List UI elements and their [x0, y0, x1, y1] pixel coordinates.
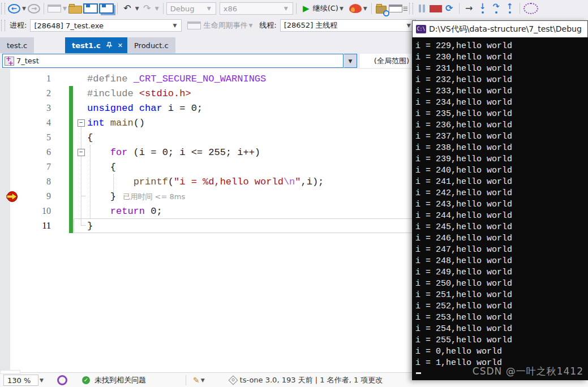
line-number: 8: [0, 177, 51, 187]
change-tracking-bar: [51, 130, 75, 145]
hot-reload-dropdown[interactable]: ▼: [363, 6, 367, 11]
tab-test1-c[interactable]: test1.c✕: [65, 37, 130, 53]
git-tag-icon: [228, 376, 238, 385]
solution-config-dropdown[interactable]: Debug ▼: [166, 2, 216, 15]
lifecycle-events-icon[interactable]: [187, 22, 201, 29]
console-line: i = 232,hello world: [415, 75, 588, 86]
project-scope-dropdown-button[interactable]: ▼: [344, 54, 357, 68]
thread-value: [28652] 主线程: [284, 20, 338, 31]
console-line: i = 245,hello world: [415, 222, 588, 233]
console-line: i = 250,hello world: [415, 278, 588, 290]
navigate-back-icon[interactable]: ←: [8, 4, 20, 14]
close-icon[interactable]: ✕: [118, 42, 123, 49]
pause-icon[interactable]: [416, 2, 428, 15]
change-tracking-bar: [51, 160, 75, 174]
toolbar-grip[interactable]: [1, 20, 5, 31]
toolbar-grip[interactable]: [409, 3, 413, 14]
health-ring-icon[interactable]: [57, 375, 67, 385]
platform-dropdown[interactable]: x86 ▼: [220, 2, 293, 15]
navigate-back-dropdown[interactable]: ▼: [22, 6, 26, 11]
standard-toolbar: ← ▼ → ▼ ↶ ▼ ↷ ▼ Debug ▼ x86 ▼ ▶ 继续(C) ▼ …: [0, 0, 588, 17]
restart-icon[interactable]: ⟳: [443, 2, 456, 15]
console-title-bar[interactable]: C:\ D:\VS代码\data-structure\7_test\Debug: [412, 20, 588, 37]
collapse-icon[interactable]: −: [78, 149, 85, 156]
console-line: i = 234,hello world: [415, 97, 588, 109]
navigate-forward-icon[interactable]: →: [28, 4, 40, 14]
console-line: i = 246,hello world: [415, 233, 588, 244]
tab-label: test1.c: [72, 41, 101, 50]
line-number: 2: [0, 88, 51, 98]
continue-dropdown[interactable]: ▼: [340, 6, 344, 11]
list-toggle-icon[interactable]: ☰: [403, 6, 408, 12]
tab-label: Product.c: [134, 41, 169, 50]
new-window-dropdown[interactable]: ▼: [63, 6, 67, 11]
redo-dropdown[interactable]: ▼: [155, 6, 159, 11]
new-window-icon[interactable]: [48, 5, 61, 12]
console-line: i = 241,hello world: [415, 177, 588, 188]
change-tracking-bar: [51, 115, 75, 130]
console-output[interactable]: i = 229,hello worldi = 230,hello worldi …: [412, 37, 588, 380]
no-issues-check-icon: ✓: [82, 376, 90, 384]
undo-icon[interactable]: ↶: [121, 2, 134, 15]
browse-search-icon[interactable]: [375, 2, 388, 15]
console-line: i = 251,hello world: [415, 290, 588, 301]
process-dropdown[interactable]: [28648] 7_test.exe ▼: [30, 19, 182, 32]
step-into-icon[interactable]: ↓: [477, 3, 489, 14]
chevron-down-icon: ▼: [284, 6, 288, 11]
zoom-level-dropdown[interactable]: 130 %: [3, 375, 38, 386]
change-tracking-bar: [51, 86, 75, 101]
chevron-down-icon: ▼: [173, 23, 177, 28]
cpp-project-icon: [5, 57, 14, 66]
console-cursor: [416, 372, 421, 374]
console-line: i = 240,hello world: [415, 165, 588, 177]
tab-test-c[interactable]: test.c: [0, 37, 34, 53]
fold-margin: −: [75, 119, 87, 127]
save-icon[interactable]: [83, 3, 98, 14]
line-number: 3: [0, 103, 51, 113]
pin-icon[interactable]: [106, 42, 113, 49]
change-tracking-bar: [51, 174, 75, 189]
perf-tip: 已用时间 <= 8ms: [116, 192, 185, 201]
performance-lasso-icon[interactable]: [523, 3, 538, 14]
code-cleanup-icon[interactable]: ✎: [193, 376, 200, 385]
tab-product-c[interactable]: Product.c: [127, 37, 175, 53]
lifecycle-events-button[interactable]: 生命周期事件: [203, 20, 247, 31]
thread-dropdown[interactable]: [28652] 主线程 ▼: [280, 19, 416, 32]
undo-dropdown[interactable]: ▼: [135, 6, 139, 11]
console-line: i = 236,hello world: [415, 120, 588, 131]
console-line: i = 254,hello world: [415, 324, 588, 335]
change-tracking-bar: [51, 189, 75, 204]
save-all-icon[interactable]: [99, 3, 114, 14]
open-file-icon[interactable]: [68, 6, 82, 14]
member-scope-dropdown[interactable]: (全局范围): [360, 54, 411, 68]
zoom-level-value: 130 %: [7, 376, 31, 385]
health-status-text[interactable]: 未找到相关问题: [95, 375, 146, 385]
collapse-icon[interactable]: −: [78, 119, 85, 127]
continue-play-icon[interactable]: ▶: [300, 2, 312, 15]
separator: [371, 3, 372, 14]
console-line: i = 248,hello world: [415, 256, 588, 267]
continue-button[interactable]: 继续(C): [313, 3, 338, 14]
chevron-down-icon: ▼: [248, 23, 252, 28]
git-history-text[interactable]: ts-one 3.0, 193 天前 | 1 名作者, 1 项更改: [240, 375, 383, 385]
toolbar-grip[interactable]: [1, 3, 5, 14]
redo-icon[interactable]: ↷: [141, 2, 153, 15]
console-line: i = 253,hello world: [415, 312, 588, 324]
breakpoint-arrow-icon[interactable]: [6, 191, 18, 203]
zoom-dropdown-icon[interactable]: ▼: [40, 377, 44, 383]
stop-debug-icon[interactable]: [430, 5, 442, 12]
show-next-statement-icon[interactable]: →: [463, 2, 475, 15]
console-line: i = 238,hello world: [415, 143, 588, 154]
step-out-icon[interactable]: ↑: [504, 3, 516, 14]
line-number: 5: [0, 132, 51, 143]
solution-explorer-icon[interactable]: [389, 5, 402, 12]
hot-reload-icon[interactable]: [349, 4, 362, 13]
console-line: i = 235,hello world: [415, 109, 588, 120]
line-number: 10: [0, 206, 51, 216]
project-scope-dropdown[interactable]: 7_test: [2, 54, 344, 68]
console-lines: i = 229,hello worldi = 230,hello worldi …: [415, 41, 588, 369]
separator: [163, 3, 164, 14]
step-over-icon[interactable]: ↷: [490, 3, 503, 14]
code-cleanup-dropdown[interactable]: ▼: [201, 377, 205, 383]
console-line: i = 237,hello world: [415, 131, 588, 143]
